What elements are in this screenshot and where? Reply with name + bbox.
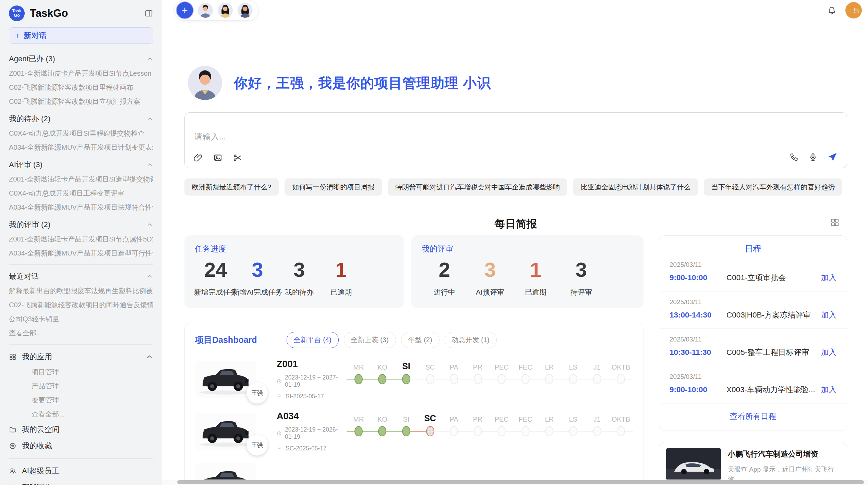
sidebar-item[interactable]: Z001-全新燃油皮卡产品开发项目SI节点Lesson Learn报告 bbox=[9, 66, 153, 80]
sidebar-tool[interactable]: AI超级员工 bbox=[9, 463, 153, 479]
milestone: FEC bbox=[514, 360, 538, 386]
suggestion-chip[interactable]: 如何写一份清晰的项目周报 bbox=[285, 178, 382, 196]
app-link[interactable]: 项目管理 bbox=[9, 365, 153, 379]
join-meeting-link[interactable]: 加入 bbox=[821, 347, 836, 358]
chevron-up-icon bbox=[146, 55, 153, 62]
sidebar-item-favorites[interactable]: 我的收藏 bbox=[9, 438, 153, 454]
milestone-label: PA bbox=[450, 412, 458, 423]
dashboard-title: 项目Dashboard bbox=[195, 334, 257, 346]
left-column: 任务进度 24 新增完成任务 3 新增AI完成任务 3 我的待办 1 已逾期 我… bbox=[184, 235, 643, 485]
add-session-button[interactable]: + bbox=[177, 2, 193, 18]
suggestion-chip[interactable]: 欧洲新规最近颁布了什么? bbox=[184, 178, 279, 196]
sidebar-item[interactable]: C0X4-动力总成开发项目工程变更评审 bbox=[9, 186, 153, 200]
news-card[interactable]: 小鹏飞行汽车制造公司增资 天眼查 App 显示，近日广州汇天飞行汽... bbox=[659, 442, 847, 485]
notification-bell-icon[interactable] bbox=[827, 6, 836, 15]
milestone: MR bbox=[347, 360, 371, 386]
sidebar-group-header[interactable]: 我的评审 (2) bbox=[9, 217, 153, 232]
sidebar-item[interactable]: C02-飞腾新能源轻客改款项目立项汇报方案 bbox=[9, 95, 153, 109]
stat-label: 待评审 bbox=[550, 287, 612, 297]
milestone-node bbox=[450, 374, 458, 384]
sidebar-header: Task Go TaskGo bbox=[0, 0, 162, 25]
stat-card: 我的评审 2 进行中 3 AI预评审 1 已逾期 3 待评审 bbox=[411, 235, 643, 308]
sidebar-item[interactable]: C0X4-动力总成开发项目SI里程碑提交物检查 bbox=[9, 126, 153, 140]
sidebar-item-cloud-space[interactable]: 我的云空间 bbox=[9, 421, 153, 438]
sidebar-tool[interactable]: 帮我写作 bbox=[9, 479, 153, 485]
sidebar-item-my-apps[interactable]: 我的应用 bbox=[9, 349, 153, 365]
sidebar-item[interactable]: Z001-全新燃油轻卡产品开发项目SI造型提交物评审 bbox=[9, 172, 153, 186]
sidebar-group-header[interactable]: 我的待办 (2) bbox=[9, 111, 153, 126]
milestone-label: LR bbox=[545, 412, 554, 423]
composer-actions bbox=[789, 152, 838, 162]
milestone-node bbox=[521, 374, 530, 384]
team-member-avatar[interactable] bbox=[218, 3, 233, 18]
milestone: SI bbox=[394, 412, 418, 438]
milestone-label: PR bbox=[473, 360, 483, 371]
milestone-label: KO bbox=[377, 360, 387, 371]
view-all-conversations-link[interactable]: 查看全部... bbox=[9, 326, 153, 340]
news-title: 小鹏飞行汽车制造公司增资 bbox=[728, 449, 840, 459]
team-member-avatar[interactable] bbox=[238, 3, 253, 18]
microphone-icon[interactable] bbox=[808, 152, 818, 162]
horizontal-scrollbar-thumb[interactable] bbox=[177, 480, 864, 484]
join-meeting-link[interactable]: 加入 bbox=[821, 384, 836, 395]
sidebar-item[interactable]: Z001-全新燃油轻卡产品开发项目SI节点属性5D文件评审 bbox=[9, 232, 153, 246]
clock-icon bbox=[277, 378, 282, 384]
sidebar-item[interactable]: C02-飞腾新能源轻客改款项目的闭环通告反馈情况 bbox=[9, 298, 153, 312]
join-meeting-link[interactable]: 加入 bbox=[821, 310, 836, 320]
milestone: OKTB bbox=[609, 412, 633, 438]
milestone: SI bbox=[394, 360, 418, 386]
sidebar-group-header-recent[interactable]: 最近对话 bbox=[9, 269, 153, 284]
sidebar-item[interactable]: C02-飞腾新能源轻客改款项目里程碑画布 bbox=[9, 80, 153, 95]
dashboard-filter[interactable]: 动总开发 (1) bbox=[445, 332, 497, 348]
dashboard-filter[interactable]: 全新上装 (3) bbox=[344, 332, 396, 348]
team-member-avatar[interactable] bbox=[198, 3, 213, 18]
milestone: J1 bbox=[585, 412, 609, 438]
project-row[interactable]: 王强 Z001 2023-12-19 ~ 2027-01-19 SI-2025-… bbox=[195, 359, 633, 400]
milestone-label: FEC bbox=[519, 412, 532, 423]
sidebar-item[interactable]: A034-全新新能源MUV产品开发项目造型可行性评审 bbox=[9, 246, 153, 260]
stat-card-title: 我的评审 bbox=[422, 244, 643, 254]
sidebar-item[interactable]: A034-全新新能源MUV产品开发项目计划变更表编写 bbox=[9, 140, 153, 154]
milestone: LS bbox=[561, 412, 585, 438]
milestone-label: SC bbox=[424, 412, 436, 423]
suggestion-chip[interactable]: 当下年轻人对汽车外观有怎样的喜好趋势 bbox=[704, 178, 842, 196]
session-switcher: + bbox=[174, 0, 258, 21]
milestone-node bbox=[497, 374, 506, 384]
project-owner-badge: 王强 bbox=[246, 382, 268, 403]
collapse-sidebar-icon[interactable] bbox=[144, 9, 153, 18]
sidebar-item[interactable]: 解释最新出台的欧盟报废车法规再生塑料比例被调至15%... bbox=[9, 284, 153, 298]
chat-input[interactable] bbox=[194, 130, 838, 147]
layout-grid-icon[interactable] bbox=[830, 218, 840, 227]
view-all-schedule-link[interactable]: 查看所有日程 bbox=[659, 403, 847, 431]
milestone: LR bbox=[538, 360, 562, 386]
sidebar-group-header[interactable]: Agent已办 (3) bbox=[9, 51, 153, 66]
view-all-apps-link[interactable]: 查看全部... bbox=[9, 407, 153, 421]
dashboard-filter[interactable]: 全新平台 (4) bbox=[287, 332, 339, 348]
milestone-label: PEC bbox=[495, 412, 509, 423]
sidebar-item[interactable]: 公司Q3轻卡销量 bbox=[9, 312, 153, 326]
join-meeting-link[interactable]: 加入 bbox=[821, 272, 836, 283]
new-chat-button[interactable]: + 新对话 bbox=[9, 27, 153, 44]
milestone: LR bbox=[538, 412, 562, 438]
sidebar-group-header[interactable]: AI评审 (3) bbox=[9, 157, 153, 172]
app-link[interactable]: 变更管理 bbox=[9, 393, 153, 407]
favorites-icon bbox=[9, 442, 16, 450]
user-avatar[interactable]: 王强 bbox=[845, 2, 862, 18]
send-icon[interactable] bbox=[827, 152, 838, 162]
sidebar-item[interactable]: A034-全新新能源MUV产品开发项目法规符合性评审 bbox=[9, 200, 153, 214]
app-link[interactable]: 产品管理 bbox=[9, 379, 153, 393]
paperclip-icon[interactable] bbox=[194, 153, 203, 162]
scissors-icon[interactable] bbox=[233, 153, 242, 162]
milestone-node bbox=[569, 426, 577, 436]
flag-icon bbox=[277, 394, 282, 399]
milestone: KO bbox=[371, 412, 395, 438]
image-icon[interactable] bbox=[213, 153, 222, 162]
milestone-node bbox=[378, 374, 386, 384]
dashboard-filter[interactable]: 年型 (2) bbox=[401, 332, 439, 348]
phone-call-icon[interactable] bbox=[789, 152, 799, 162]
app-logo: Task Go bbox=[9, 5, 25, 21]
suggestion-chip[interactable]: 特朗普可能对进口汽车增税会对中国车企造成哪些影响 bbox=[388, 178, 567, 196]
suggestion-chip[interactable]: 比亚迪全固态电池计划具体说了什么 bbox=[573, 178, 698, 196]
project-row[interactable]: 王强 A034 2023-12-19 ~ 2026-01-19 SC-2025-… bbox=[195, 411, 633, 452]
cloud-space-icon bbox=[9, 426, 16, 433]
